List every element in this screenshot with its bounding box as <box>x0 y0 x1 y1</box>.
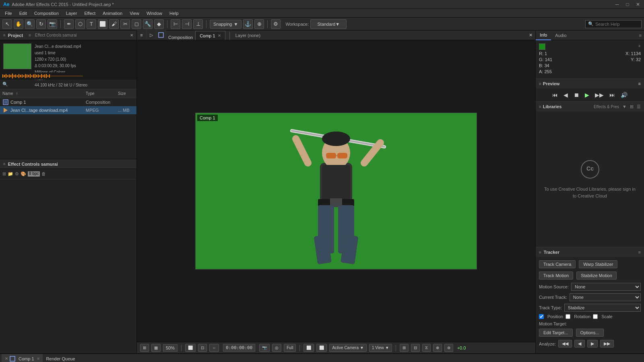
comp-panel-close[interactable]: ✕ <box>526 30 535 40</box>
comp-panel-menu[interactable]: ≡ <box>137 30 147 40</box>
tl-tab-menu[interactable]: ≡ <box>37 356 40 361</box>
rotate-tool[interactable]: ↻ <box>36 19 46 29</box>
menu-composition[interactable]: Composition <box>31 10 62 16</box>
effect-controls-tab[interactable]: Effect Controls samurai <box>35 33 128 37</box>
align-left[interactable]: ⊢ <box>171 19 180 29</box>
snap-btn-2[interactable]: ⊕ <box>254 19 264 29</box>
tracker-options[interactable]: ≡ <box>638 250 641 255</box>
workspace-select[interactable]: Standard ▼ <box>310 19 347 29</box>
edit-target-btn[interactable]: Edit Target... <box>539 329 573 337</box>
safe-zone-btn[interactable]: ⊡ <box>198 344 207 352</box>
position-checkbox[interactable] <box>539 314 544 319</box>
close-button[interactable]: ✕ <box>635 2 641 7</box>
motion-blur-btn[interactable]: ◎ <box>272 344 281 352</box>
rotation-checkbox[interactable] <box>566 314 570 319</box>
layer-tab[interactable]: Layer (none) <box>231 31 264 40</box>
options-btn[interactable]: Options... <box>576 329 604 337</box>
guides-btn[interactable]: ↔ <box>209 344 219 352</box>
track-type-select[interactable]: Stabilize <box>564 304 641 312</box>
stabilize-motion-btn[interactable]: Stabilize Motion <box>576 272 617 280</box>
comp-tab-icon[interactable] <box>156 30 166 40</box>
mask-tool[interactable]: ⬡ <box>75 19 85 29</box>
project-search[interactable]: 🔍 <box>0 80 136 89</box>
comp-panel-opt[interactable]: ▷ <box>147 30 156 40</box>
lib-grid-view[interactable]: ⊞ <box>630 104 634 109</box>
resolution-display[interactable]: 50% <box>163 344 178 352</box>
align-right[interactable]: ⊥ <box>193 19 203 29</box>
tracker-panel-menu[interactable]: ≡ <box>539 250 541 255</box>
motion-source-select[interactable]: None <box>571 283 641 291</box>
analyze-fwd2-btn[interactable]: ▶▶ <box>600 340 614 348</box>
project-item-video[interactable]: Jean Cl...tage download.mp4 MPEG ... MB <box>0 106 136 114</box>
roto-tool[interactable]: 🔧 <box>143 19 153 29</box>
eraser-tool[interactable]: ◻ <box>132 19 141 29</box>
analyze-back-btn[interactable]: ◀ <box>574 340 585 348</box>
transparency-btn[interactable]: ⬜ <box>303 344 314 352</box>
minimize-button[interactable]: ─ <box>614 2 620 7</box>
preview-next-frame[interactable]: ▶▶ <box>593 91 605 99</box>
plus-icon[interactable]: + <box>638 43 641 50</box>
zoom-tool[interactable]: 🔍 <box>25 19 35 29</box>
comp-tab-comp1[interactable]: Comp 1 ✕ <box>195 31 225 40</box>
timeline-tab-comp1[interactable]: ✕ Comp 1 ≡ <box>2 354 43 362</box>
project-search-input[interactable] <box>10 82 134 87</box>
text-tool[interactable]: T <box>87 19 96 29</box>
menu-effect[interactable]: Effect <box>81 10 99 16</box>
audio-tab[interactable]: Audio <box>551 31 570 40</box>
preview-loop[interactable]: 🔊 <box>619 91 629 99</box>
frame-btn[interactable]: ⬜ <box>185 344 196 352</box>
preview-last-frame[interactable]: ⏭ <box>608 91 617 99</box>
align-center[interactable]: ⊣ <box>182 19 192 29</box>
warp-stabilizer-btn[interactable]: Warp Stabilizer <box>579 260 617 268</box>
preview-stop[interactable]: ⏹ <box>572 91 581 99</box>
track-motion-btn[interactable]: Track Motion <box>539 272 573 280</box>
shape-tool[interactable]: ⬜ <box>98 19 107 29</box>
renderer-btn[interactable]: ⊛ <box>444 344 453 352</box>
region-btn[interactable]: ⊟ <box>411 344 420 352</box>
render-btn[interactable]: ⬜ <box>316 344 327 352</box>
project-item-comp1[interactable]: Comp 1 Composition <box>0 98 136 106</box>
camera-btn[interactable]: Active Camera ▼ <box>329 344 366 352</box>
panel-menu-btn[interactable]: ✕ <box>130 33 133 37</box>
snapping-toggle[interactable]: Snapping ▼ <box>210 20 242 29</box>
quality-btn[interactable]: Full <box>284 344 296 352</box>
hand-tool[interactable]: ✋ <box>14 19 23 29</box>
lib-dropdown[interactable]: ▼ <box>622 104 627 109</box>
libraries-panel-menu[interactable]: ≡ <box>539 105 541 109</box>
snap3d-btn[interactable]: ⊕ <box>433 344 442 352</box>
preview-settings[interactable]: ≡ <box>638 81 641 86</box>
info-panel-menu[interactable]: ≡ <box>637 33 644 38</box>
comp-tab-close[interactable]: ✕ <box>218 33 221 38</box>
track-camera-btn[interactable]: Track Camera <box>539 260 576 268</box>
grid-btn[interactable]: ▦ <box>151 344 161 352</box>
clone-tool[interactable]: ✂ <box>120 19 130 29</box>
pen-tool[interactable]: ✒ <box>64 19 74 29</box>
camera-tool[interactable]: 📷 <box>47 19 57 29</box>
timeline-tab-render[interactable]: Render Queue <box>43 354 78 362</box>
menu-window[interactable]: Window <box>143 10 165 16</box>
preview-prev-frame[interactable]: ◀ <box>562 91 570 99</box>
puppet-tool[interactable]: ◆ <box>154 19 164 29</box>
snap-btn-1[interactable]: ⚓ <box>243 19 253 29</box>
effects-tab[interactable]: Effects & Pres <box>594 105 619 109</box>
preview-play[interactable]: ▶ <box>583 91 591 99</box>
panel-options-icon[interactable]: ≡ <box>29 33 31 37</box>
screenshot-btn[interactable]: 📷 <box>259 344 270 352</box>
brush-tool[interactable]: 🖌 <box>109 19 119 29</box>
comp-settings[interactable]: ⚙ <box>271 19 281 29</box>
time-display[interactable]: 0:00:00:00 <box>223 344 255 352</box>
analyze-fwd-btn[interactable]: ▶ <box>587 340 598 348</box>
menu-file[interactable]: File <box>2 10 15 16</box>
analyze-prev-btn[interactable]: ◀◀ <box>558 340 572 348</box>
expand-btn[interactable]: ⊞ <box>140 344 149 352</box>
tl-close-icon[interactable]: ✕ <box>5 356 8 361</box>
current-track-select[interactable]: None <box>570 293 641 301</box>
view-btn[interactable]: 1 View ▼ <box>369 344 392 352</box>
search-help-input[interactable]: 🔍 <box>585 20 642 28</box>
menu-help[interactable]: Help <box>166 10 182 16</box>
menu-layer[interactable]: Layer <box>63 10 80 16</box>
menu-animation[interactable]: Animation <box>99 10 126 16</box>
layout-btn[interactable]: ⊞ <box>400 344 409 352</box>
window-controls[interactable]: ─ □ ✕ <box>614 2 641 7</box>
preview-first-frame[interactable]: ⏮ <box>551 91 559 99</box>
